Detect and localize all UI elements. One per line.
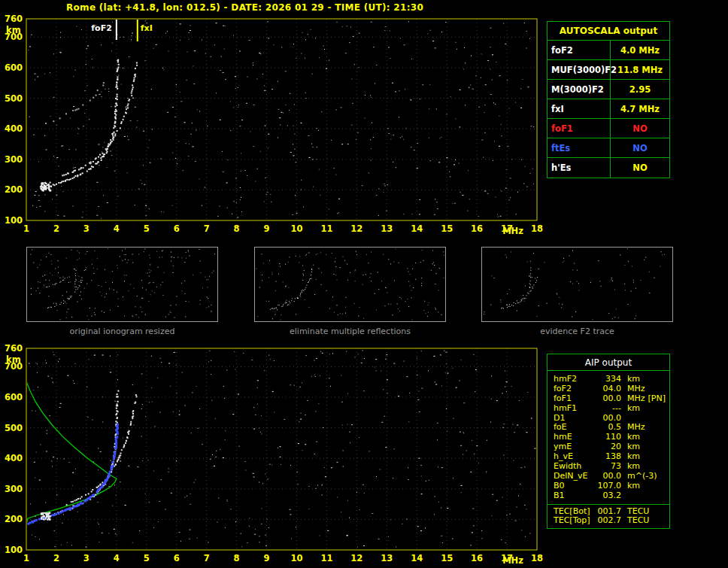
noise-dot — [501, 539, 502, 540]
noise-dot — [133, 288, 134, 289]
trace-dot — [302, 290, 303, 290]
ionogram-plot-top: foF2fxI123456789101112131415161718100200… — [0, 14, 545, 242]
noise-dot — [137, 466, 138, 467]
noise-dot — [320, 351, 321, 352]
noise-dot — [185, 405, 186, 406]
noise-dot — [53, 457, 54, 457]
noise-dot — [206, 279, 207, 280]
noise-dot — [168, 314, 169, 314]
noise-dot — [329, 308, 330, 309]
noise-dot — [337, 305, 338, 305]
noise-dot — [359, 33, 360, 34]
noise-dot — [506, 169, 507, 170]
noise-dot — [484, 314, 484, 314]
noise-dot — [299, 387, 301, 387]
trace-dot — [287, 305, 288, 305]
noise-dot — [305, 415, 306, 415]
noise-dot — [283, 282, 284, 283]
noise-dot — [468, 170, 469, 171]
noise-dot — [112, 43, 113, 44]
noise-dot — [398, 396, 399, 396]
noise-dot — [456, 387, 457, 388]
noise-dot — [412, 214, 413, 214]
noise-dot — [376, 65, 377, 65]
noise-dot — [453, 368, 453, 369]
x-tick-label: 10 — [290, 223, 302, 234]
noise-dot — [624, 284, 625, 284]
noise-dot — [409, 393, 410, 393]
noise-dot — [149, 140, 150, 141]
y-axis-unit: km — [6, 354, 21, 365]
noise-dot — [478, 107, 480, 108]
trace-dot — [507, 307, 508, 308]
noise-dot — [135, 107, 136, 108]
noise-dot — [133, 425, 134, 426]
noise-dot — [72, 506, 73, 506]
noise-dot — [31, 294, 32, 295]
noise-dot — [408, 479, 409, 480]
noise-dot — [149, 276, 150, 277]
aip-param-name: TEC[Top] — [554, 516, 594, 526]
noise-dot — [390, 263, 391, 264]
noise-dot — [98, 144, 99, 145]
noise-dot — [420, 530, 422, 531]
noise-dot — [144, 251, 144, 252]
noise-dot — [357, 132, 358, 133]
noise-dot — [199, 304, 200, 305]
noise-dot — [193, 146, 194, 147]
noise-dot — [148, 283, 149, 284]
noise-dot — [385, 186, 386, 187]
aip-param-value: 00.0 — [594, 394, 621, 404]
y-tick-label: 300 — [5, 154, 23, 165]
noise-dot — [491, 275, 492, 276]
noise-dot — [347, 280, 348, 281]
noise-dot — [220, 449, 220, 450]
noise-dot — [72, 472, 74, 473]
noise-dot — [390, 519, 391, 520]
autoscala-param-name: ftEs — [548, 138, 611, 157]
autoscala-table-header: AUTOSCALA output — [548, 22, 669, 41]
noise-dot — [102, 533, 103, 533]
trace-dot — [74, 281, 75, 282]
noise-dot — [161, 159, 162, 159]
trace-dot — [300, 295, 301, 296]
aip-param-unit: m^(-3) — [621, 472, 666, 481]
noise-dot — [172, 205, 173, 206]
noise-dot — [426, 481, 426, 481]
trace-dot — [117, 405, 118, 406]
trace-dot — [56, 283, 57, 284]
trace-dot — [117, 96, 118, 98]
noise-dot — [144, 248, 145, 249]
trace-dot — [528, 293, 529, 294]
noise-dot — [112, 506, 113, 506]
noise-dot — [494, 141, 495, 141]
noise-dot — [499, 116, 499, 117]
trace-dot — [57, 512, 59, 515]
noise-dot — [246, 103, 247, 104]
noise-dot — [86, 267, 86, 268]
noise-dot — [77, 133, 78, 134]
noise-dot — [507, 293, 508, 294]
x-tick-label: 6 — [174, 553, 180, 563]
noise-dot — [376, 310, 377, 311]
noise-dot — [49, 415, 50, 416]
noise-dot — [50, 272, 50, 273]
noise-dot — [75, 469, 76, 469]
noise-dot — [107, 167, 108, 168]
trace-dot — [281, 306, 282, 307]
trace-dot — [93, 494, 95, 496]
noise-dot — [49, 280, 50, 281]
noise-dot — [624, 265, 625, 266]
trace-dot — [113, 136, 114, 138]
trace-dot — [80, 498, 81, 500]
noise-dot — [259, 542, 260, 542]
noise-dot — [241, 211, 242, 212]
trace-dot — [45, 123, 47, 124]
trace-dot — [132, 418, 133, 419]
trace-dot — [68, 173, 69, 175]
noise-dot — [490, 28, 492, 29]
noise-dot — [83, 126, 84, 126]
noise-dot — [305, 444, 306, 445]
noise-dot — [33, 135, 35, 135]
noise-dot — [180, 101, 182, 102]
